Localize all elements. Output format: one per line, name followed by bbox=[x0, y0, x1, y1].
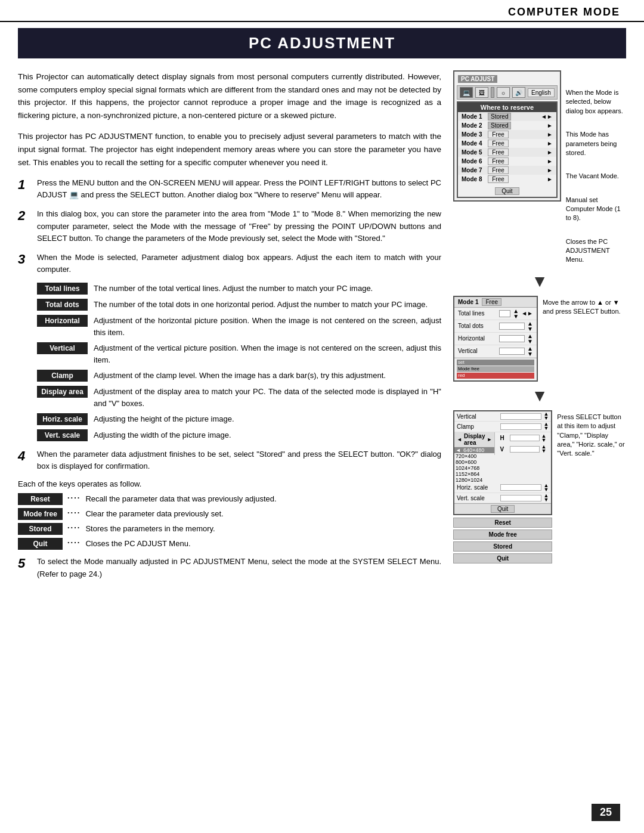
param-ctrl-totaldots: ▲▼ bbox=[527, 321, 533, 332]
step-4-num: 4 bbox=[18, 448, 31, 464]
term-row-clamp: Clamp Adjustment of the clamp level. Whe… bbox=[37, 370, 441, 382]
pc-adjust-icons: 💻 🖼 ☼ 🔊 English bbox=[457, 85, 558, 100]
mode-3-num: Mode 3 bbox=[462, 131, 485, 138]
res-800-label: 800×600 bbox=[456, 459, 476, 465]
page-title-bar: PC ADJUSTMENT bbox=[18, 28, 626, 58]
res-item-800[interactable]: 800×600 bbox=[454, 459, 494, 465]
hv-section: H ▲▼ V ▲▼ bbox=[494, 432, 551, 456]
action-quit[interactable]: Quit bbox=[453, 553, 552, 563]
step-1: 1 Press the MENU button and the ON-SCREE… bbox=[18, 177, 441, 201]
h-arrows: ▲▼ bbox=[541, 434, 546, 442]
step-2-num: 2 bbox=[18, 208, 31, 224]
bar-red: red bbox=[457, 373, 534, 379]
v-label: V bbox=[500, 446, 509, 453]
param-select-totallines: ◄► bbox=[521, 310, 533, 317]
opt-bar-vertical bbox=[500, 413, 541, 420]
opt-row-horiz-scale: Horiz. scale ▲▼ bbox=[454, 483, 551, 493]
param-diagram-row: Mode 1 Free Total lines ▲▼ ◄► Total dots bbox=[453, 296, 626, 382]
res-item-1152[interactable]: 1152×864 bbox=[454, 471, 494, 477]
page-container: COMPUTER MODE PC ADJUSTMENT This Project… bbox=[0, 0, 644, 833]
pc-adjust-diagram-row: PC ADJUST 💻 🖼 ☼ 🔊 English bbox=[453, 70, 626, 267]
key-desc-reset: Recall the parameter data that was previ… bbox=[85, 493, 276, 505]
term-desc-horizontal: Adjustment of the horizontal picture pos… bbox=[94, 315, 441, 338]
term-label-clamp: Clamp bbox=[37, 370, 88, 382]
icon-display: 🖼 bbox=[475, 87, 488, 98]
mode-7-arrow: ► bbox=[547, 167, 553, 174]
reserve-quit-btn[interactable]: Quit bbox=[495, 187, 519, 195]
param-annotations: Move the arrow to ▲ or ▼ and press SELEC… bbox=[543, 296, 626, 319]
down-arrow-1: ▼ bbox=[453, 273, 626, 290]
res-item-1280[interactable]: 1280×1024 bbox=[454, 477, 494, 483]
annotation-move-arrow: Move the arrow to ▲ or ▼ and press SELEC… bbox=[543, 298, 626, 317]
key-desc-modefree: Clear the parameter data previously set. bbox=[85, 508, 223, 520]
res-item-1024[interactable]: 1024×768 bbox=[454, 465, 494, 471]
mode-7-status: Free bbox=[488, 166, 509, 174]
icon-brightness: ☼ bbox=[497, 87, 510, 98]
opt-bar-clamp bbox=[500, 423, 541, 430]
mode-row-7: Mode 7 Free ► bbox=[458, 166, 556, 175]
key-label-modefree: Mode free bbox=[18, 508, 63, 520]
res-item-720[interactable]: 720×400 bbox=[454, 453, 494, 459]
param-name-horizontal: Horizontal bbox=[458, 335, 497, 342]
action-mode-free[interactable]: Mode free bbox=[453, 529, 552, 540]
param-title-row: Mode 1 Free bbox=[454, 297, 537, 308]
mode-4-arrow: ► bbox=[547, 140, 553, 147]
res-1280-label: 1280×1024 bbox=[456, 477, 482, 483]
mode-row-8: Mode 8 Free ► bbox=[458, 175, 556, 184]
param-bar-totallines bbox=[499, 310, 510, 317]
term-label-vertical: Vertical bbox=[37, 342, 88, 354]
opt-bar-horiz-scale bbox=[500, 484, 541, 491]
term-row-vertical: Vertical Adjustment of the vertical pict… bbox=[37, 342, 441, 366]
res-640-label: 640×480 bbox=[463, 447, 484, 453]
opt-label-horiz-scale: Horiz. scale bbox=[457, 484, 499, 491]
step-1-num: 1 bbox=[18, 177, 31, 193]
h-label: H bbox=[500, 435, 509, 441]
opt-bar-vert-scale bbox=[500, 495, 541, 501]
term-desc-totaldots: The number of the total dots in one hori… bbox=[94, 299, 428, 311]
step-4-text: When the parameter data adjustment finis… bbox=[37, 448, 441, 472]
opt-row-vert-scale: Vert. scale ▲▼ bbox=[454, 493, 551, 503]
step-5-num: 5 bbox=[18, 556, 31, 571]
mode-8-num: Mode 8 bbox=[462, 176, 485, 182]
param-ctrl-horizontal: ▲▼ bbox=[527, 333, 533, 344]
term-desc-totallines: The number of the total vertical lines. … bbox=[94, 283, 373, 295]
display-area-right-arrow: ► bbox=[487, 436, 493, 442]
h-bar bbox=[510, 435, 540, 441]
reserve-title: Where to reserve bbox=[458, 103, 556, 112]
display-area-header: ◄ Display area ► bbox=[454, 432, 494, 447]
page-title: PC ADJUSTMENT bbox=[30, 34, 614, 52]
opt-row-clamp: Clamp ▲▼ bbox=[454, 422, 551, 432]
res-item-640[interactable]: ◄ 640×480 bbox=[454, 447, 494, 453]
param-ctrl-totallines: ▲▼ bbox=[513, 308, 519, 319]
param-name-totaldots: Total dots bbox=[458, 323, 497, 329]
param-row-horizontal: Horizontal ▲▼ bbox=[454, 333, 537, 345]
term-label-displayarea: Display area bbox=[37, 386, 88, 398]
key-desc-quit: Closes the PC ADJUST Menu. bbox=[85, 538, 190, 550]
mode-row-3: Mode 3 Free ► bbox=[458, 130, 556, 139]
term-label-horizontal: Horizontal bbox=[37, 315, 88, 327]
key-desc-stored: Stores the parameters in the memory. bbox=[85, 523, 215, 535]
header-bar: COMPUTER MODE bbox=[0, 0, 644, 22]
param-name-vertical: Vertical bbox=[458, 348, 497, 354]
mode-6-status: Free bbox=[488, 157, 509, 165]
main-content: This Projector can automatically detect … bbox=[0, 58, 644, 599]
opt-label-vert-scale: Vert. scale bbox=[457, 495, 499, 501]
mode-1-arrow: ◄► bbox=[541, 113, 553, 120]
mode-1-num: Mode 1 bbox=[462, 113, 485, 120]
annotation-press-select: Press SELECT button at this item to adju… bbox=[557, 413, 626, 459]
mode-8-arrow: ► bbox=[547, 176, 553, 182]
action-stored[interactable]: Stored bbox=[453, 541, 552, 552]
mode-7-num: Mode 7 bbox=[462, 167, 485, 174]
param-row-totaldots: Total dots ▲▼ bbox=[454, 320, 537, 333]
header-title: COMPUTER MODE bbox=[508, 6, 620, 18]
mode-8-status: Free bbox=[488, 175, 509, 183]
mode-row-2: Mode 2 Stored ► bbox=[458, 121, 556, 130]
res-640-arrow: ◄ bbox=[456, 447, 461, 453]
param-left: Mode 1 Free Total lines ▲▼ ◄► Total dots bbox=[453, 296, 538, 382]
options-quit-btn[interactable]: Quit bbox=[491, 505, 515, 513]
res-1024-label: 1024×768 bbox=[456, 465, 479, 471]
reserve-annotations: When the Mode is selected, below dialog … bbox=[566, 70, 626, 267]
action-reset[interactable]: Reset bbox=[453, 518, 552, 528]
pc-adjust-title: PC ADJUST bbox=[458, 75, 497, 83]
param-bar-vertical bbox=[499, 348, 525, 355]
